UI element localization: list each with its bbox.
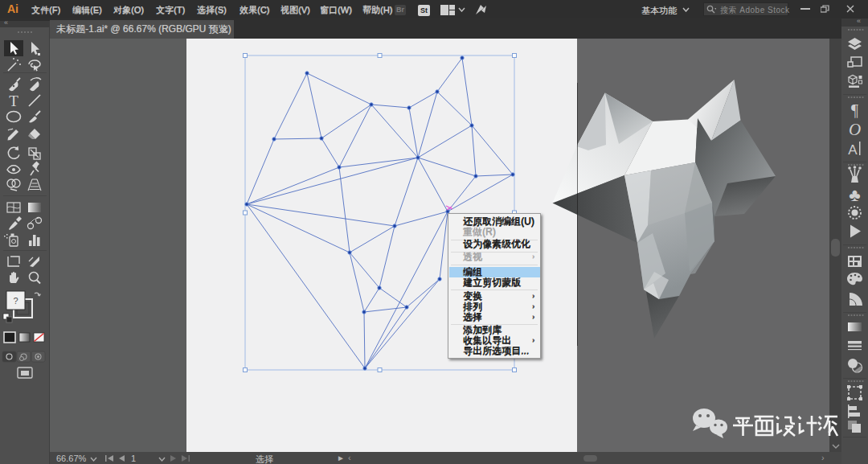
svg-text:¶: ¶: [851, 101, 858, 119]
svg-text:♣: ♣: [849, 185, 860, 205]
svg-text:T: T: [9, 92, 18, 109]
svg-text:?: ?: [13, 296, 18, 306]
svg-text:O: O: [849, 120, 861, 139]
svg-text:A: A: [848, 142, 858, 158]
